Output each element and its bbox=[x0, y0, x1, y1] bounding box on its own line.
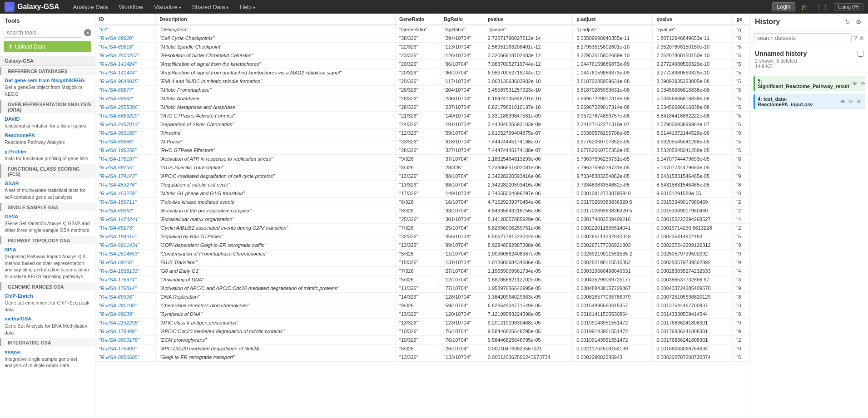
table-cell: "R-HSA-380108" bbox=[95, 301, 156, 310]
search-clear-button[interactable]: ✕ bbox=[84, 29, 91, 36]
history-item-5-edit[interactable]: ✏ bbox=[860, 80, 865, 87]
history-item-5-view[interactable]: 👁 bbox=[851, 80, 858, 87]
login-button[interactable]: Login bbox=[772, 2, 795, 11]
table-row: "R-HSA-174143""APC/C-mediated degradatio… bbox=[95, 172, 750, 181]
nav-visualize[interactable]: Visualize bbox=[149, 2, 186, 12]
history-help-button[interactable]: ? bbox=[853, 34, 857, 42]
table-cell: 5.66967229017314e-08 bbox=[573, 103, 653, 112]
table-cell: "76/10704" bbox=[440, 327, 484, 336]
svg-rect-2 bbox=[7, 7, 9, 10]
history-item-4-delete[interactable]: ✕ bbox=[856, 98, 862, 105]
col-id[interactable]: ID bbox=[95, 14, 156, 25]
sidebar-item-gsva[interactable]: GSVA (Gene Set Variation Analysis) GSVA … bbox=[0, 212, 95, 235]
sidebar-item-methylgsa[interactable]: methylGSA Gene Set Analysis for DNA Meth… bbox=[0, 314, 95, 337]
table-cell: 1.01860068434686e-05 bbox=[484, 258, 572, 267]
ora-header: OVER-REPRESENTATION ANALYSIS (ORA) bbox=[0, 100, 95, 113]
table-cell: "11/326" bbox=[396, 284, 440, 293]
table-cell: "R-HSA-195258" bbox=[95, 146, 156, 155]
sidebar-item-mogsa[interactable]: mogsa Integrative single sample gene-set… bbox=[0, 347, 95, 370]
table-cell: "APC/C:Cdc20 mediated degradation of mit… bbox=[156, 327, 396, 336]
table-row: "R-HSA-3000178""ECM proteoglycans""10/32… bbox=[95, 336, 750, 344]
nav-help[interactable]: Help bbox=[235, 2, 260, 12]
table-cell: "R-HSA-453276" bbox=[95, 181, 156, 189]
nav-workflow[interactable]: Workflow bbox=[114, 2, 148, 12]
table-cell: "13/326" bbox=[396, 353, 440, 362]
history-items: 5: Significant_Reactome_Pathway_result 👁… bbox=[750, 73, 868, 418]
col-ge[interactable]: ge bbox=[733, 14, 750, 25]
table-cell: "8 bbox=[733, 155, 750, 163]
col-bgratio[interactable]: BgRatio bbox=[440, 14, 484, 25]
table-cell: "131/10704" bbox=[440, 258, 484, 267]
history-refresh-button[interactable]: ↻ bbox=[843, 17, 852, 26]
galaxy-gsa-section[interactable]: Galaxy-GSA bbox=[0, 56, 95, 66]
table-cell: "27/10704" bbox=[440, 267, 484, 275]
graduation-icon[interactable]: 🎓 bbox=[799, 2, 810, 11]
data-table-container[interactable]: ID Description GeneRatio BgRatio pvalue … bbox=[95, 14, 750, 418]
history-item-4-edit[interactable]: ✏ bbox=[848, 98, 854, 105]
table-cell: "R-HSA-141424" bbox=[95, 60, 156, 69]
galaxy-icon bbox=[5, 2, 15, 12]
sidebar-item-david[interactable]: DAVID functional annotation for a list o… bbox=[0, 114, 95, 131]
results-table: ID Description GeneRatio BgRatio pvalue … bbox=[95, 14, 750, 362]
sidebar-item-gsar[interactable]: GSAR A set of multivariate statistical t… bbox=[0, 179, 95, 202]
table-cell: "R-HSA-156711" bbox=[95, 198, 156, 207]
table-cell: "5/326" bbox=[396, 275, 440, 284]
col-pvalue[interactable]: pvalue bbox=[484, 14, 572, 25]
main-content: ID Description GeneRatio BgRatio pvalue … bbox=[95, 14, 750, 418]
table-cell: 2.56951163208401e-12 bbox=[484, 43, 572, 51]
table-cell: "Mitotic Spindle Checkpoint" bbox=[156, 43, 396, 51]
fcs-header: FUNCTIONAL CLASS SCORING (FCS) bbox=[0, 164, 95, 178]
sidebar-item-reactomepa[interactable]: ReactomePA Reactome Pathway Analysis bbox=[0, 131, 95, 147]
history-name[interactable]: Unnamed history bbox=[755, 50, 807, 57]
app-brand[interactable]: Galaxy-GSA bbox=[5, 2, 59, 12]
table-cell: 5.03456686616838e-08 bbox=[653, 94, 733, 103]
history-search-close[interactable]: ✕ bbox=[859, 34, 864, 42]
table-cell: 1.61052799404875e-07 bbox=[484, 129, 572, 138]
sidebar-item-msigdb[interactable]: Get gene sets from Msigdb/KEGG Get a gen… bbox=[0, 76, 95, 99]
col-padjust[interactable]: p.adjust bbox=[573, 14, 653, 25]
history-settings-button[interactable]: ⚙ bbox=[854, 17, 863, 26]
table-header-row: ID Description GeneRatio BgRatio pvalue … bbox=[95, 14, 750, 25]
sidebar-item-gprofiler[interactable]: g:Profiler tools for functional profilin… bbox=[0, 147, 95, 163]
table-cell: 3.45587531257323e-10 bbox=[484, 86, 572, 94]
history-search-input[interactable] bbox=[754, 33, 852, 43]
table-cell: 9.60151291588e-05 bbox=[653, 189, 733, 198]
table-cell: 3.81870285959631e-08 bbox=[573, 77, 653, 86]
history-checkbox[interactable] bbox=[858, 51, 863, 57]
table-cell: "Mitotic Prometaphase" bbox=[156, 86, 396, 94]
table-cell: "204/10704" bbox=[440, 86, 484, 94]
sidebar-item-spia[interactable]: SPIA (Signaling Pathway Impact Analysis)… bbox=[0, 245, 95, 281]
table-cell: 8.92948092987308e-06 bbox=[484, 241, 572, 250]
table-cell: "Amplification of signal from unattached… bbox=[156, 69, 396, 77]
table-row: "R-HSA-453276""Regulation of mitotic cel… bbox=[95, 181, 750, 189]
integrative-gsa-header: INTEGRATIVE GSA bbox=[0, 338, 95, 346]
table-cell: 5.03456686616838e-08 bbox=[653, 86, 733, 94]
nav-analyze[interactable]: Analyze Data bbox=[68, 2, 112, 12]
grid-icon[interactable]: ⋮⋮ bbox=[814, 2, 830, 11]
sidebar-item-chipenrich[interactable]: ChIP-Enrich Gene set enrichment for ChIP… bbox=[0, 291, 95, 315]
nav-shared[interactable]: Shared Data bbox=[188, 2, 233, 12]
upload-data-button[interactable]: ⬆ Upload Data bbox=[4, 41, 91, 52]
table-cell: 5.79637596239731e-05 bbox=[573, 155, 653, 163]
navbar: Galaxy-GSA Analyze Data Workflow Visuali… bbox=[0, 0, 868, 14]
col-description[interactable]: Description bbox=[156, 14, 396, 25]
table-cell: "R-HSA-68886" bbox=[95, 138, 156, 146]
table-cell: 3.32066918102683e-12 bbox=[484, 51, 572, 60]
table-cell: "MHC class II antigen presentation" bbox=[156, 319, 396, 327]
table-cell: "8 bbox=[733, 189, 750, 198]
table-cell: "R-HSA-69205" bbox=[95, 163, 156, 172]
table-cell: 7.44474445174188e-07 bbox=[484, 146, 572, 155]
table-cell: 0.00170269383836320 5 bbox=[573, 198, 653, 207]
history-item-4-view[interactable]: 👁 bbox=[839, 98, 847, 105]
col-generatio[interactable]: GeneRatio bbox=[396, 14, 440, 25]
search-input[interactable] bbox=[4, 28, 82, 38]
ref-databases-header: REFERENCE DATABASES bbox=[0, 67, 95, 75]
table-row: "R-HSA-194315""Signaling by Rho GTPases"… bbox=[95, 232, 750, 241]
table-cell: "294/10704" bbox=[440, 34, 484, 43]
table-cell: "5 bbox=[733, 120, 750, 129]
table-cell: "Signaling by Rho GTPases" bbox=[156, 232, 396, 241]
table-cell: "9/326" bbox=[396, 155, 440, 163]
table-cell: "Polo-like kinase mediated events" bbox=[156, 198, 396, 207]
col-qvalue[interactable]: qvalue bbox=[653, 14, 733, 25]
table-cell: 3.81870285959631e-08 bbox=[573, 86, 653, 94]
